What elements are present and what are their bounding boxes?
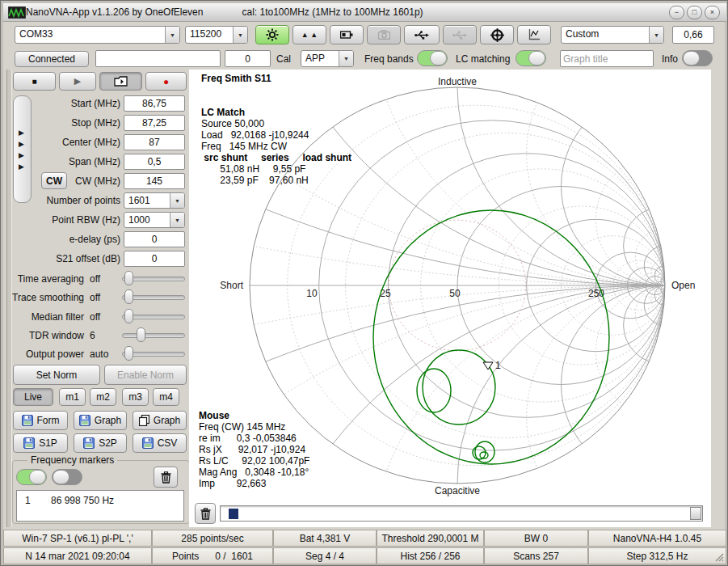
- svg-text:50: 50: [449, 288, 461, 299]
- battery-button[interactable]: [330, 25, 364, 44]
- battery-icon: [340, 31, 353, 39]
- rbw-select[interactable]: 1000 ▼: [124, 212, 185, 228]
- scrollbar-end-thumb[interactable]: [690, 507, 701, 520]
- status-bw: BW 0: [484, 530, 588, 547]
- preset-value: Custom: [562, 27, 649, 43]
- memory-m2-button[interactable]: m2: [90, 388, 116, 406]
- tdr-window-slider[interactable]: [122, 327, 185, 342]
- play-button[interactable]: ▶: [59, 72, 96, 91]
- status-battery: Bat 4,381 V: [273, 530, 377, 547]
- sweep-position-scrollbar[interactable]: [220, 505, 703, 522]
- cal-mode-select[interactable]: APP ▼: [301, 50, 354, 67]
- command-input[interactable]: [95, 50, 221, 67]
- info-toggle[interactable]: [682, 50, 713, 66]
- expand-arrow-icon[interactable]: ▶: [19, 163, 24, 171]
- stop-icon: ■: [32, 77, 36, 86]
- record-button[interactable]: ●: [145, 72, 187, 91]
- expand-arrow-icon[interactable]: ▶: [19, 151, 24, 159]
- cal-status-text: cal: 1to100MHz (1MHz to 100MHz 1601p): [242, 6, 423, 18]
- set-norm-button[interactable]: Set Norm: [13, 365, 100, 385]
- graph-settings-button[interactable]: [517, 25, 551, 44]
- stop-button[interactable]: ■: [13, 72, 56, 91]
- s21-offset-field[interactable]: [124, 251, 185, 267]
- save-graph-button[interactable]: Graph: [74, 411, 127, 430]
- span-mhz-field[interactable]: [124, 154, 185, 170]
- camera-icon: [378, 30, 390, 40]
- com-port-select[interactable]: COM33 ▼: [15, 26, 180, 44]
- save-csv-button[interactable]: CSV: [133, 433, 187, 453]
- edelay-field[interactable]: [124, 231, 185, 247]
- app-logo-icon: [8, 6, 26, 19]
- single-sweep-button[interactable]: [99, 72, 142, 91]
- freq-bands-toggle[interactable]: [417, 50, 448, 66]
- start-mhz-field[interactable]: [124, 95, 185, 112]
- lc-matching-toggle[interactable]: [515, 50, 546, 66]
- marker1-toggle[interactable]: [16, 469, 47, 485]
- trace-smoothing-slider[interactable]: [122, 289, 185, 304]
- marker2-toggle[interactable]: [52, 469, 82, 485]
- expand-arrow-icon[interactable]: ▶: [19, 140, 24, 148]
- scale-field[interactable]: [672, 26, 714, 44]
- chevron-down-icon[interactable]: ▼: [649, 27, 663, 43]
- expand-strip[interactable]: ▶ ▶ ▶ ▶: [13, 95, 32, 203]
- baud-select[interactable]: 115200 ▼: [185, 26, 248, 44]
- graph-title-input[interactable]: [560, 50, 654, 67]
- start-label: Start (MHz): [40, 98, 120, 109]
- firmware-update-button[interactable]: ▲ ▲: [292, 25, 326, 44]
- status-device: NanoVNA-H4 1.0.45: [588, 530, 726, 547]
- copy-graph-button[interactable]: Graph: [133, 411, 187, 430]
- mouse-title: Mouse: [199, 410, 229, 421]
- cw-mhz-field[interactable]: [124, 173, 185, 189]
- connected-button[interactable]: Connected: [15, 51, 89, 67]
- stop-mhz-field[interactable]: [124, 115, 185, 131]
- center-mhz-field[interactable]: [124, 134, 185, 150]
- calibration-target-button[interactable]: [480, 25, 514, 44]
- chevron-down-icon[interactable]: ▼: [339, 51, 353, 66]
- cw-label: CW (MHz): [70, 175, 120, 187]
- memory-m4-button[interactable]: m4: [153, 388, 179, 406]
- chevron-down-icon[interactable]: ▼: [233, 27, 247, 43]
- cw-button[interactable]: CW: [41, 172, 67, 189]
- minimize-button[interactable]: −: [669, 6, 684, 19]
- maximize-button[interactable]: □: [687, 6, 702, 19]
- scrollbar-handle[interactable]: [229, 509, 238, 519]
- chevron-down-icon[interactable]: ▼: [165, 27, 179, 43]
- titlebar[interactable]: NanoVNA-App v1.1.206 by OneOfEleven cal:…: [3, 3, 726, 22]
- screenshot-button: [367, 25, 401, 44]
- delete-markers-button[interactable]: [154, 467, 178, 488]
- save-form-button[interactable]: Form: [13, 411, 68, 430]
- target-icon: [490, 28, 504, 42]
- edelay-label: e-delay (ps): [23, 234, 120, 245]
- usb-button[interactable]: [404, 25, 440, 44]
- median-filter-slider[interactable]: [122, 309, 185, 323]
- marker-row-frequency: 86 998 750 Hz: [51, 495, 114, 506]
- memory-m3-button[interactable]: m3: [122, 388, 149, 406]
- mouse-mag-ang: Mag Ang 0,3048 -10,18°: [199, 467, 309, 478]
- preset-select[interactable]: Custom ▼: [561, 26, 664, 44]
- chevron-down-icon[interactable]: ▼: [170, 213, 184, 227]
- close-button[interactable]: ×: [705, 6, 720, 19]
- output-power-slider[interactable]: [122, 346, 185, 361]
- output-power-label: Output power: [5, 348, 84, 360]
- clear-chart-button[interactable]: [195, 503, 216, 524]
- chevron-down-icon[interactable]: ▼: [170, 193, 184, 208]
- save-s2p-button[interactable]: S2P: [74, 433, 127, 453]
- floppy-icon: [79, 415, 90, 426]
- median-filter-value: off: [90, 311, 100, 323]
- resize-grip-icon[interactable]: [714, 552, 724, 562]
- time-averaging-value: off: [90, 273, 100, 285]
- status-history: Hist 256 / 256: [377, 547, 484, 564]
- points-select[interactable]: 1601 ▼: [124, 192, 185, 209]
- cal-count-field[interactable]: [225, 50, 271, 67]
- connect-button[interactable]: [255, 25, 289, 44]
- memory-live-button[interactable]: Live: [13, 388, 53, 406]
- expand-arrow-icon[interactable]: ▶: [19, 129, 24, 137]
- mouse-re-im: re im 0,3 -0,053846: [199, 433, 297, 444]
- memory-m1-button[interactable]: m1: [59, 388, 86, 406]
- time-averaging-slider[interactable]: [122, 271, 185, 285]
- markers-list[interactable]: 1 86 998 750 Hz: [16, 490, 184, 522]
- save-s1p-button[interactable]: S1P: [13, 433, 68, 453]
- lc-matching-label: LC matching: [456, 53, 510, 65]
- trash-icon: [200, 508, 211, 520]
- trace-smoothing-label: Trace smoothing: [5, 292, 84, 303]
